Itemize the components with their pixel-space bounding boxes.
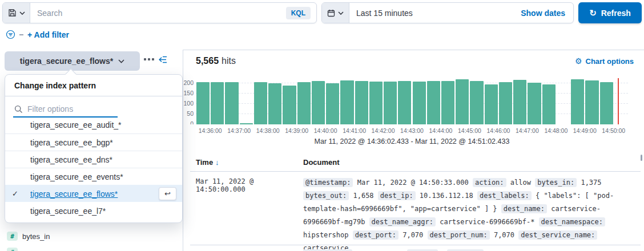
- histogram-bar[interactable]: [542, 84, 556, 124]
- histogram-bar[interactable]: [283, 86, 296, 124]
- histogram-bar[interactable]: [427, 81, 440, 124]
- chart-options-link[interactable]: ⚙ Chart options: [575, 56, 634, 66]
- index-pattern-button[interactable]: tigera_secure_ee_flows*: [5, 51, 140, 71]
- y-tick-label: 0: [190, 120, 194, 124]
- index-pattern-label: tigera_secure_ee_flows*: [20, 56, 113, 66]
- field-name-pill: dest_labels:: [477, 191, 532, 200]
- hits-count: 5,565: [196, 56, 219, 66]
- histogram-bar[interactable]: [355, 81, 368, 124]
- hits-label: hits: [222, 56, 236, 66]
- y-tick-label: 200: [183, 79, 194, 86]
- histogram-bar[interactable]: [513, 80, 526, 124]
- date-picker: Last 15 minutes Show dates: [321, 2, 574, 23]
- field-options-button[interactable]: [144, 58, 154, 60]
- saved-query-menu-button[interactable]: [3, 3, 30, 23]
- search-input[interactable]: [30, 9, 286, 18]
- field-name-pill: dest_service_name:: [518, 230, 597, 240]
- refresh-button[interactable]: ↻ Refresh: [578, 2, 642, 23]
- histogram-bar[interactable]: [369, 82, 383, 124]
- histogram-bar[interactable]: [456, 79, 469, 124]
- field-name-pill: bytes_in:: [535, 178, 577, 187]
- chart-x-axis: 14:36:0014:37:0014:38:0014:39:0014:40:00…: [196, 127, 628, 135]
- histogram-bar[interactable]: [585, 80, 598, 124]
- x-tick-label: 14:37:00: [227, 127, 251, 134]
- x-tick-label: 14:45:00: [458, 127, 481, 134]
- histogram-bar[interactable]: [528, 83, 541, 124]
- field-name-pill: dest_name_aggr:: [369, 217, 436, 226]
- show-dates-link[interactable]: Show dates: [521, 9, 573, 18]
- histogram-bar[interactable]: [340, 80, 353, 124]
- index-pattern-option[interactable]: tigera_secure_ee_bgp*: [5, 133, 182, 151]
- refresh-icon: ↻: [589, 8, 597, 18]
- table-header: Time ↓ Document: [196, 158, 635, 167]
- histogram-bar[interactable]: [384, 82, 397, 124]
- discover-app: KQL Last 15 minutes Show dates ↻ Refresh: [0, 0, 644, 251]
- histogram-bar[interactable]: [312, 81, 325, 124]
- index-pattern-option[interactable]: tigera_secure_ee_events*: [5, 168, 182, 185]
- current-time-marker: [618, 78, 619, 124]
- row-divider: [190, 245, 641, 245]
- date-quick-menu-button[interactable]: [322, 3, 349, 23]
- histogram-bar[interactable]: [470, 81, 483, 124]
- collapse-sidebar-icon[interactable]: [158, 56, 167, 63]
- return-key-icon: ↩: [159, 187, 176, 200]
- x-tick-label: 14:42:00: [372, 127, 395, 134]
- histogram-bar[interactable]: [211, 82, 224, 124]
- chevron-down-icon: [118, 59, 124, 63]
- header-divider: [190, 171, 641, 172]
- x-tick-label: 14:47:00: [516, 127, 539, 134]
- histogram-bar[interactable]: [398, 81, 411, 124]
- results-panel: 5,565 hits ⚙ Chart options 050100150200 …: [183, 50, 644, 251]
- histogram-bar[interactable]: [225, 82, 238, 124]
- time-range-value[interactable]: Last 15 minutes: [349, 9, 413, 18]
- scrollbar[interactable]: [641, 155, 642, 161]
- index-option-label: tigera_secure_ee_audit_*: [30, 120, 122, 129]
- save-icon: [8, 9, 17, 17]
- histogram-bar[interactable]: [297, 82, 311, 124]
- chart-options-label: Chart options: [586, 57, 634, 66]
- index-pattern-list: tigera_secure_ee_audit_*tigera_secure_ee…: [5, 116, 182, 219]
- x-tick-label: 14:50:00: [602, 127, 625, 134]
- histogram-bar[interactable]: [413, 82, 426, 124]
- index-option-label: tigera_secure_ee_events*: [30, 172, 123, 181]
- filter-icon[interactable]: [6, 30, 15, 39]
- change-index-pattern-popover: Change index pattern tigera_secure_ee_au…: [5, 74, 183, 223]
- histogram-bar[interactable]: [600, 82, 613, 124]
- histogram-bar[interactable]: [254, 82, 267, 124]
- index-pattern-option[interactable]: tigera_secure_ee_dns*: [5, 151, 182, 168]
- calendar-icon: [327, 9, 335, 17]
- sidebar-field-bytes-in[interactable]: # bytes_in: [7, 232, 50, 241]
- y-tick-label: 150: [183, 90, 194, 96]
- x-tick-label: 14:38:00: [256, 127, 280, 134]
- histogram-bar[interactable]: [326, 83, 339, 124]
- refresh-label: Refresh: [601, 9, 631, 18]
- histogram-bar[interactable]: [571, 79, 584, 124]
- time-column-header[interactable]: Time ↓: [196, 158, 303, 167]
- x-tick-label: 14:46:00: [486, 127, 510, 134]
- index-option-label: tigera_secure_ee_flows*: [30, 189, 118, 199]
- histogram-bar[interactable]: [268, 83, 281, 124]
- histogram-bar[interactable]: [240, 123, 253, 124]
- row-document: @timestamp: Mar 11, 2022 @ 14:50:33.000 …: [303, 176, 637, 251]
- index-pattern-option[interactable]: ✓tigera_secure_ee_flows*↩: [5, 185, 182, 202]
- search-bar: KQL: [2, 2, 317, 23]
- histogram-bar[interactable]: [499, 82, 512, 124]
- histogram-bar[interactable]: [485, 84, 498, 124]
- y-tick-label: 50: [187, 110, 194, 117]
- add-filter-link[interactable]: + Add filter: [27, 30, 69, 39]
- histogram-bar[interactable]: [196, 82, 210, 124]
- number-field-icon: #: [7, 248, 18, 251]
- x-tick-label: 14:49:00: [573, 127, 597, 134]
- sidebar-field[interactable]: #: [7, 248, 22, 251]
- x-tick-label: 14:43:00: [400, 127, 424, 134]
- field-name-pill: dest_port_num:: [428, 230, 490, 240]
- index-pattern-option[interactable]: tigera_secure_ee_l7*: [5, 202, 182, 219]
- row-time: Mar 11, 2022 @ 14:50:00.000: [196, 176, 303, 251]
- index-pattern-option[interactable]: tigera_secure_ee_audit_*: [5, 116, 182, 133]
- popover-search: [5, 96, 182, 118]
- filter-options-input[interactable]: [27, 104, 173, 114]
- popover-title: Change index pattern: [5, 75, 182, 96]
- kql-badge[interactable]: KQL: [286, 7, 311, 19]
- histogram-bar[interactable]: [441, 81, 454, 124]
- time-range-caption: Mar 11, 2022 @ 14:36:02.433 - Mar 11, 20…: [196, 137, 628, 145]
